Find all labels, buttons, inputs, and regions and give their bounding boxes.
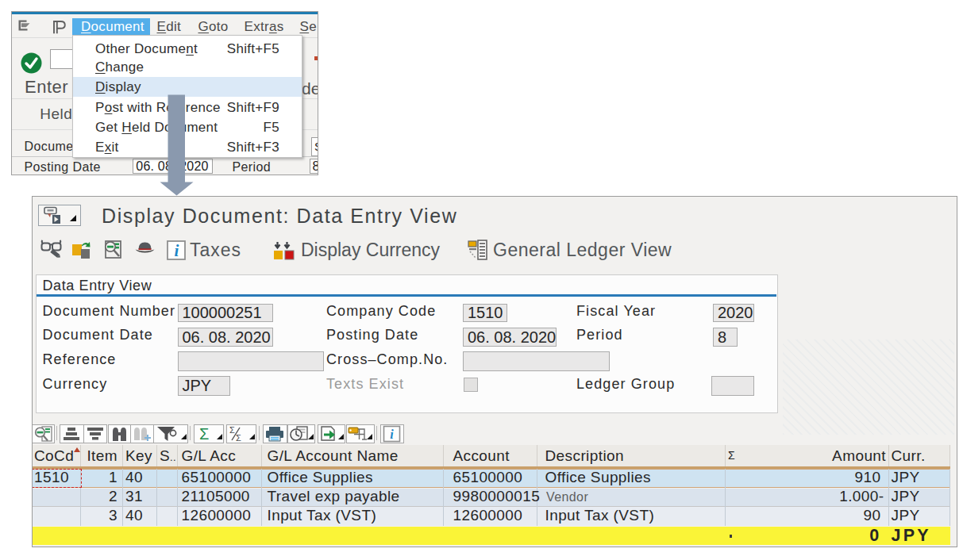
svg-text:i: i — [391, 428, 395, 441]
svg-text:Σ: Σ — [236, 433, 241, 443]
svg-text:Σ: Σ — [229, 425, 235, 435]
svg-text:Σ: Σ — [199, 425, 209, 443]
svg-text:i: i — [175, 241, 179, 260]
